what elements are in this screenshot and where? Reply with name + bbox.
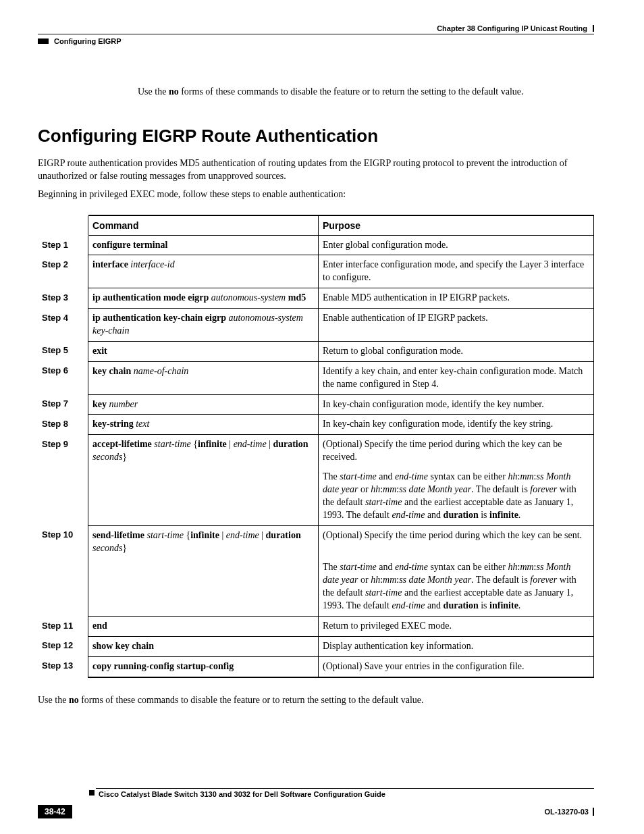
purpose-cell: Enable authentication of IP EIGRP packet… <box>319 309 594 342</box>
purpose-cell: Enter global configuration mode. <box>319 235 594 255</box>
step-label: Step 9 <box>38 435 88 467</box>
purpose-cell: Enter interface configuration mode, and … <box>319 255 594 288</box>
purpose-cell: Display authentication key information. <box>319 636 594 656</box>
purpose-cell: In key-chain key configuration mode, ide… <box>319 415 594 435</box>
table-row: Step 8key-string textIn key-chain key co… <box>38 415 594 435</box>
table-row: Step 11endReturn to privileged EXEC mode… <box>38 617 594 637</box>
table-row: Step 9accept-lifetime start-time {infini… <box>38 435 594 467</box>
purpose-cell: Identify a key chain, and enter key-chai… <box>319 361 594 394</box>
table-header-purpose: Purpose <box>319 215 594 236</box>
header-rule <box>38 34 594 34</box>
footer-square-icon <box>89 790 95 796</box>
table-row: Step 4ip authentication key-chain eigrp … <box>38 309 594 342</box>
table-row: The start-time and end-time syntax can b… <box>38 467 594 525</box>
command-cell: exit <box>88 341 319 361</box>
step-label: Step 2 <box>38 255 88 288</box>
purpose-cell: Return to privileged EXEC mode. <box>319 617 594 637</box>
step-label: Step 3 <box>38 288 88 309</box>
command-cell: show key chain <box>88 636 319 656</box>
step-label: Step 13 <box>38 656 88 677</box>
intro-paragraph: Use the no forms of these commands to di… <box>138 86 594 99</box>
table-row: Step 5exitReturn to global configuration… <box>38 341 594 361</box>
steps-table: Command Purpose Step 1configure terminal… <box>38 215 594 678</box>
step-label: Step 8 <box>38 415 88 435</box>
command-cell: interface interface-id <box>88 255 319 288</box>
closing-paragraph: Use the no forms of these commands to di… <box>38 694 594 707</box>
header-bar-icon <box>38 38 49 44</box>
page-footer: Cisco Catalyst Blade Switch 3130 and 303… <box>38 788 594 818</box>
document-id: OL-13270-03 <box>545 808 589 816</box>
running-header: Chapter 38 Configuring IP Unicast Routin… <box>38 24 594 32</box>
command-cell: copy running-config startup-config <box>88 656 319 677</box>
table-header-command: Command <box>88 215 319 236</box>
footer-tick-icon <box>593 808 594 816</box>
purpose-cell: In key-chain configuration mode, identif… <box>319 394 594 415</box>
purpose-cell: Enable MD5 authentication in IP EIGRP pa… <box>319 288 594 309</box>
paragraph-2: Beginning in privileged EXEC mode, follo… <box>38 188 594 201</box>
header-tick-icon <box>593 25 594 32</box>
section-label: Configuring EIGRP <box>54 37 122 45</box>
command-cell: key number <box>88 394 319 415</box>
step-label: Step 11 <box>38 617 88 637</box>
command-cell: end <box>88 617 319 637</box>
table-row: Step 3ip authentication mode eigrp auton… <box>38 288 594 309</box>
step-label: Step 4 <box>38 309 88 342</box>
command-cell: key-string text <box>88 415 319 435</box>
purpose-cell: The start-time and end-time syntax can b… <box>319 558 594 616</box>
purpose-cell: (Optional) Specify the time period durin… <box>319 525 594 558</box>
command-cell: send-lifetime start-time {infinite | end… <box>88 525 319 558</box>
command-cell: ip authentication mode eigrp autonomous-… <box>88 288 319 309</box>
command-cell <box>88 558 319 616</box>
command-cell <box>88 467 319 525</box>
step-label: Step 12 <box>38 636 88 656</box>
table-row: Step 1configure terminalEnter global con… <box>38 235 594 255</box>
table-row: Step 6key chain name-of-chainIdentify a … <box>38 361 594 394</box>
purpose-cell: (Optional) Specify the time period durin… <box>319 435 594 467</box>
step-label: Step 7 <box>38 394 88 415</box>
table-row: Step 13copy running-config startup-confi… <box>38 656 594 677</box>
chapter-label: Chapter 38 Configuring IP Unicast Routin… <box>437 24 587 32</box>
purpose-cell: The start-time and end-time syntax can b… <box>319 467 594 525</box>
paragraph-1: EIGRP route authentication provides MD5 … <box>38 157 594 183</box>
command-cell: ip authentication key-chain eigrp autono… <box>88 309 319 342</box>
step-label: Step 1 <box>38 235 88 255</box>
command-cell: configure terminal <box>88 235 319 255</box>
table-row: Step 10send-lifetime start-time {infinit… <box>38 525 594 558</box>
table-row: Step 7key numberIn key-chain configurati… <box>38 394 594 415</box>
step-label: Step 6 <box>38 361 88 394</box>
step-label: Step 10 <box>38 525 88 558</box>
table-row: The start-time and end-time syntax can b… <box>38 558 594 616</box>
purpose-cell: (Optional) Save your entries in the conf… <box>319 656 594 677</box>
step-label: Step 5 <box>38 341 88 361</box>
table-row: Step 2interface interface-idEnter interf… <box>38 255 594 288</box>
command-cell: key chain name-of-chain <box>88 361 319 394</box>
footer-title: Cisco Catalyst Blade Switch 3130 and 303… <box>99 790 385 798</box>
page-number: 38-42 <box>38 805 72 818</box>
section-heading: Configuring EIGRP Route Authentication <box>38 126 594 147</box>
purpose-cell: Return to global configuration mode. <box>319 341 594 361</box>
table-row: Step 12show key chainDisplay authenticat… <box>38 636 594 656</box>
command-cell: accept-lifetime start-time {infinite | e… <box>88 435 319 467</box>
